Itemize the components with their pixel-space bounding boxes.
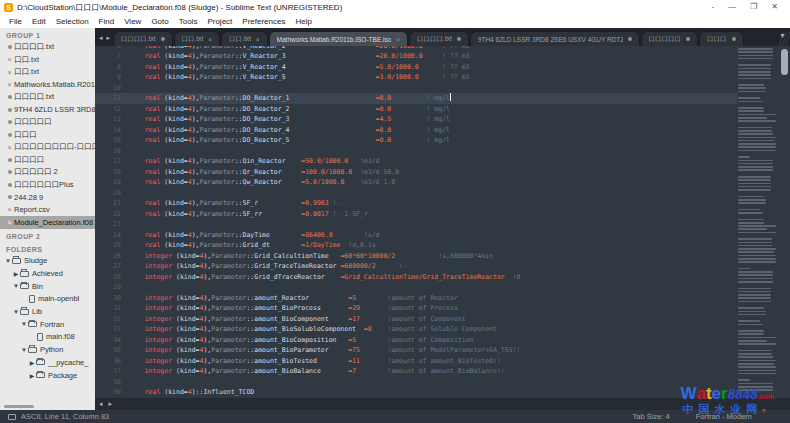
open-file-item[interactable]: ×口口.txt — [0, 66, 95, 79]
menu-edit[interactable]: Edit — [27, 17, 51, 26]
chevron-down-icon[interactable]: ▼ — [12, 283, 20, 289]
code-line-text — [121, 282, 129, 293]
code-line-text: integer (kind=4),Parameter::Grid_dTraceR… — [121, 272, 520, 283]
open-file-item[interactable]: ×Report.csv — [0, 204, 95, 217]
code-line-text: real (kind=4),Parameter::DO_Reactor_3 =4… — [121, 114, 450, 125]
minimap-line — [738, 333, 764, 335]
code-line-28: 28 integer (kind=4),Parameter::Grid_dTra… — [95, 272, 737, 283]
file-close-icon[interactable]: × — [5, 80, 14, 89]
minimap-line — [738, 133, 773, 135]
chevron-down-icon[interactable]: ▼ — [20, 347, 28, 353]
open-file-label: 244.28 9 — [14, 193, 43, 202]
menu-bar: FileEditSelectionFindViewGotoToolsProjec… — [0, 14, 790, 28]
tab-3[interactable]: Mathworks.Matlab.R2011b.ISO-TBE.iso× — [269, 31, 409, 46]
tab-2[interactable]: 口口.txt× — [221, 31, 267, 46]
tab-label: 9TH4 6ZLD LSSR 3RD8 2SE6 USXV 4GUY RDTZ — [478, 36, 623, 43]
menu-preferences[interactable]: Preferences — [237, 17, 290, 26]
tab-overflow-dropdown-icon[interactable]: ▼ — [779, 32, 786, 39]
code-line-7: 7 real (kind=4),Parameter::V_Reactor_3 =… — [95, 51, 737, 62]
folder-icon — [20, 309, 29, 315]
menu-tools[interactable]: Tools — [174, 17, 203, 26]
open-file-item[interactable]: 244.28 9 — [0, 191, 95, 204]
chevron-right-icon[interactable]: ▶ — [12, 270, 20, 277]
tab-4[interactable]: 口口口口.txt — [409, 31, 469, 46]
minimap-line — [738, 330, 764, 332]
vertical-scrollbar[interactable] — [779, 46, 790, 398]
tab-close-icon[interactable]: × — [396, 36, 400, 43]
status-panel-icon[interactable] — [8, 414, 16, 420]
open-file-item[interactable]: 口口口口口 — [0, 116, 95, 129]
tab-scroll-arrows[interactable]: ◂ ▸ — [97, 34, 113, 46]
minimap-line — [738, 340, 767, 342]
menu-find[interactable]: Find — [94, 17, 120, 26]
tree-item-package[interactable]: ▶Package — [0, 369, 95, 382]
tree-item-python[interactable]: ▼Python — [0, 343, 95, 356]
tab-7[interactable]: 口口口 — [699, 31, 744, 46]
file-close-icon[interactable]: × — [5, 68, 14, 77]
folder-icon — [20, 283, 29, 289]
open-file-item[interactable]: 9TH4 6ZLD LSSR 3RD8 2SE6 USXV 4GUY RDTZ — [0, 104, 95, 117]
code-line-18: 18 real (kind=4),Parameter::Qr_Reactor =… — [95, 167, 737, 178]
open-file-item[interactable]: 口口口口.txt — [0, 91, 95, 104]
menu-file[interactable]: File — [4, 17, 27, 26]
minimap[interactable] — [737, 46, 779, 398]
tab-size-status[interactable]: Tab Size: 4 — [633, 412, 670, 421]
file-modified-dot-icon — [8, 45, 12, 49]
close-button[interactable]: ✕ — [771, 2, 778, 12]
tab-5[interactable]: 9TH4 6ZLD LSSR 3RD8 2SE6 USXV 4GUY RDTZ — [470, 31, 640, 46]
open-file-item[interactable]: 口口口口口 2 — [0, 166, 95, 179]
open-file-item[interactable]: 口口口口口口Plus — [0, 179, 95, 192]
tab-close-icon[interactable]: × — [256, 36, 260, 43]
pin-icon[interactable]: - — [711, 2, 714, 12]
tab-6[interactable]: 口口口口口 — [641, 31, 699, 46]
minimap-line — [738, 311, 766, 313]
menu-view[interactable]: View — [119, 17, 146, 26]
hscroll-arrows-icon[interactable]: ◂ ▸ — [99, 400, 114, 408]
file-close-icon[interactable]: × — [5, 205, 14, 214]
tree-item-__pycache_[interactable]: ▶__pycache_ — [0, 356, 95, 369]
tree-item-label: Lib — [32, 307, 42, 316]
tree-item-main-openbl[interactable]: main-openbl — [0, 293, 95, 306]
minimize-button[interactable]: — — [728, 2, 736, 12]
tree-item-label: Package — [48, 371, 77, 380]
tree-item-main.f08[interactable]: main.f08 — [0, 331, 95, 344]
tab-close-icon[interactable]: × — [208, 36, 212, 43]
file-close-icon[interactable]: × — [5, 218, 14, 227]
open-file-item[interactable]: 口口口 — [0, 129, 95, 142]
menu-goto[interactable]: Goto — [146, 17, 173, 26]
tree-item-sludge[interactable]: ▼Sludge — [0, 255, 95, 268]
chevron-right-icon[interactable]: ▶ — [28, 372, 36, 379]
code-line-text: real (kind=4),Parameter::DO_Reactor_2 =0… — [121, 104, 450, 115]
menu-selection[interactable]: Selection — [51, 17, 94, 26]
open-file-item[interactable]: ×口口口口口口口口-口口口口.txt — [0, 141, 95, 154]
open-file-item[interactable]: 口口口口.txt — [0, 41, 95, 54]
minimap-line — [738, 166, 773, 168]
menu-project[interactable]: Project — [202, 17, 237, 26]
code-editor[interactable]: 6 real (kind=4),Parameter::V_Reactor_2 =… — [95, 46, 737, 398]
tab-0[interactable]: 口口口口.txt — [113, 31, 173, 46]
folders-header: FOLDERS — [0, 242, 95, 255]
tree-item-achieved[interactable]: ▶Achieved — [0, 267, 95, 280]
chevron-down-icon[interactable]: ▼ — [4, 258, 12, 264]
chevron-down-icon[interactable]: ▼ — [20, 321, 28, 327]
window-title: D:\CloudStation\口口口\Module_Declaration.f… — [17, 2, 711, 13]
code-line-text — [121, 219, 129, 230]
restore-button[interactable]: ❐ — [750, 2, 757, 12]
open-file-item[interactable]: ×口口.txt — [0, 54, 95, 67]
vertical-scrollbar-thumb[interactable] — [781, 49, 788, 75]
tree-item-fortran[interactable]: ▼Fortran — [0, 318, 95, 331]
file-close-icon[interactable]: × — [5, 55, 14, 64]
tree-item-lib[interactable]: ▼Lib — [0, 305, 95, 318]
chevron-right-icon[interactable]: ▶ — [28, 359, 36, 366]
file-close-icon[interactable]: × — [5, 143, 14, 152]
chevron-down-icon[interactable]: ▼ — [12, 309, 20, 315]
tree-item-bin[interactable]: ▼Bin — [0, 280, 95, 293]
open-file-item[interactable]: ×Module_Declaration.f08 — [0, 216, 95, 229]
open-file-item[interactable]: 口口口口 — [0, 154, 95, 167]
open-file-item[interactable]: ×Mathworks.Matlab.R2011b.ISO-TBE.iso — [0, 79, 95, 92]
sidebar-hscrollbar[interactable] — [4, 405, 34, 408]
minimap-line — [738, 353, 772, 355]
code-line-8: 8 real (kind=4),Parameter::V_Reactor_4 =… — [95, 62, 737, 73]
menu-help[interactable]: Help — [290, 17, 316, 26]
tab-1[interactable]: 口口.txt× — [174, 31, 220, 46]
